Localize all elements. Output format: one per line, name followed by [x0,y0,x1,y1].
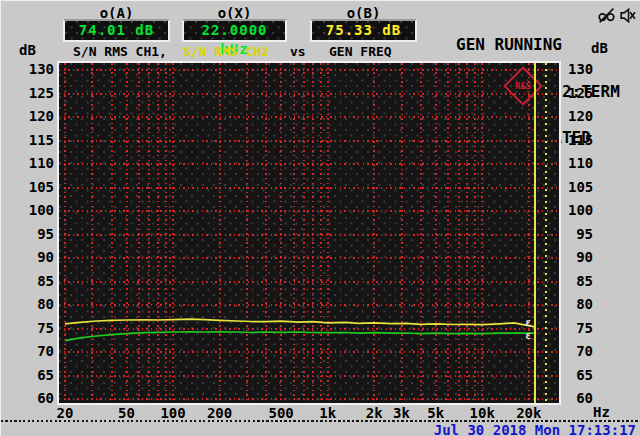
monitor-off-icon [598,7,615,24]
x-axis-tick-label: 20 [45,405,85,421]
x-axis-tick-label: 1k [308,405,348,421]
y-axis-tick-label: 125 [568,85,593,101]
x-axis-tick-label: 100 [153,405,193,421]
sweep-cursor-dotted-line [545,63,547,403]
x-axis-unit: Hz [593,405,610,420]
meter-a-value-box: 74.01 dB [63,19,170,42]
trace-ch2 [65,319,535,327]
y-axis-tick-label: 100 [568,202,593,218]
x-axis-tick-label: 50 [107,405,147,421]
x-axis-tick-label: 200 [200,405,240,421]
meter-b-value: 75.33 dB [326,22,401,38]
analyzer-screen: o(A) o(X) o(B) 74.01 dB 22.0000 kHz 75.3… [0,0,640,436]
y-axis-tick-label: 70 [568,343,593,359]
trace-ch1 [65,332,535,341]
y-axis-tick-label: 115 [568,132,593,148]
y-axis-right: 1301251201151101051009590858075706560 [568,1,593,436]
y-axis-tick-label: 70 [1,343,54,359]
plot-canvas: R&S ɛɛ [57,61,561,405]
x-axis-tick-label: 20k [509,405,549,421]
x-axis-tick-label: 500 [261,405,301,421]
y-axis-left: 1301251201151101051009590858075706560 [1,1,54,436]
y-axis-tick-label: 130 [1,61,54,77]
trace-end-marker: ɛ [525,318,531,328]
trace1-label: S/N RMS CH1, [73,44,167,59]
y-axis-tick-label: 60 [568,390,593,406]
x-axis-tick-label: 10k [462,405,502,421]
trace-end-marker: ɛ [525,331,531,341]
y-axis-tick-label: 85 [568,273,593,289]
y-axis-tick-label: 125 [1,85,54,101]
y-axis-tick-label: 75 [1,320,54,336]
meter-b-value-box: 75.33 dB [310,19,417,42]
meter-a-value: 74.01 dB [79,22,154,38]
y-axis-tick-label: 75 [568,320,593,336]
y-axis-tick-label: 90 [1,249,54,265]
sweep-x-label: GEN FREQ [329,44,392,59]
y-axis-tick-label: 120 [568,108,593,124]
y-axis-tick-label: 90 [568,249,593,265]
y-axis-tick-label: 120 [1,108,54,124]
speaker-off-icon [619,7,636,24]
trace-layer [59,63,559,403]
x-axis-tick-label: 5k [416,405,456,421]
y-axis-tick-label: 110 [1,155,54,171]
y-axis-tick-label: 80 [568,296,593,312]
y-axis-tick-label: 115 [1,132,54,148]
y-axis-tick-label: 80 [1,296,54,312]
trace2-label: S/N RMS CH2 [183,44,269,59]
meter-x-value-box: 22.0000 kHz [182,19,287,42]
y-axis-tick-label: 130 [568,61,593,77]
y-axis-tick-label: 95 [1,226,54,242]
y-axis-tick-label: 105 [1,179,54,195]
y-axis-tick-label: 110 [568,155,593,171]
y-axis-tick-label: 95 [568,226,593,242]
y-axis-tick-label: 85 [1,273,54,289]
y-axis-tick-label: 100 [1,202,54,218]
y-axis-tick-label: 65 [568,367,593,383]
vs-label: vs [290,44,306,59]
y-axis-unit-right: dB [591,41,608,56]
datetime-readout: Jul 30 2018 Mon 17:13:17 [434,422,636,436]
y-axis-tick-label: 60 [1,390,54,406]
sweep-cursor-line [534,63,536,403]
y-axis-tick-label: 65 [1,367,54,383]
y-axis-tick-label: 105 [568,179,593,195]
